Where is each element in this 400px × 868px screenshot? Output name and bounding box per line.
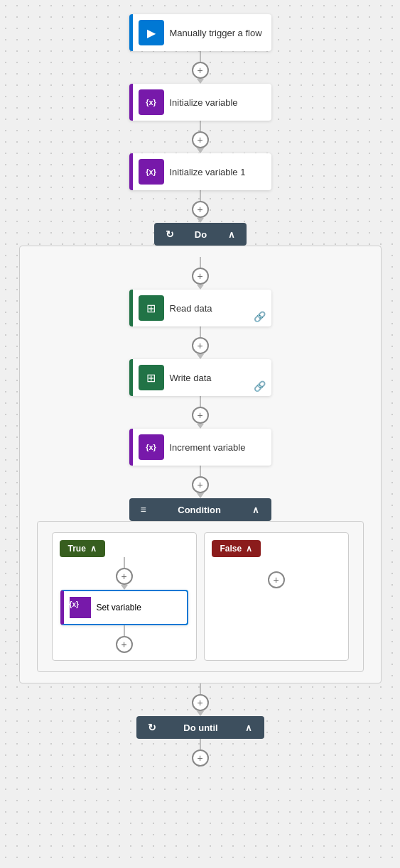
connector-false-1: + (268, 571, 285, 588)
true-label: True (68, 544, 86, 554)
add-step-false-btn[interactable]: + (268, 571, 285, 588)
variable-icon-3: {x} (139, 434, 164, 460)
add-step-btn-2[interactable]: + (192, 131, 209, 148)
do-label: Do (195, 229, 207, 240)
write-data-node[interactable]: ⊞ Write data 🔗 (129, 359, 271, 396)
add-step-do-btn-2[interactable]: + (192, 337, 209, 354)
true-branch-header[interactable]: True ∧ (60, 540, 105, 557)
condition-icon: ≡ (141, 504, 146, 515)
init-variable-1-node[interactable]: {x} Initialize variable 1 (129, 153, 271, 190)
do-chevron: ∧ (228, 229, 235, 240)
condition-chevron: ∧ (252, 505, 259, 515)
add-step-btn-5[interactable]: + (192, 749, 209, 767)
connector-true-1: + (116, 557, 133, 590)
false-branch: False ∧ + (204, 532, 349, 661)
condition-content: True ∧ + {x} (37, 521, 364, 672)
add-step-do-btn-3[interactable]: + (192, 407, 209, 424)
do-until-header[interactable]: ↻ Do until ∧ (136, 716, 264, 739)
do-header[interactable]: ↻ Do ∧ (154, 223, 247, 246)
true-chevron: ∧ (90, 544, 97, 554)
add-step-btn-1[interactable]: + (192, 62, 209, 79)
variable-icon-2: {x} (139, 159, 164, 185)
add-step-true-btn-2[interactable]: + (116, 636, 133, 653)
read-data-link-icon: 🔗 (254, 311, 266, 322)
connector-do-4: + (192, 466, 209, 498)
do-block: ↻ Do ∧ + ⊞ Read data 🔗 + (16, 223, 385, 683)
do-until-label: Do until (183, 723, 217, 733)
connector-do-3: + (192, 396, 209, 429)
false-label: False (220, 544, 242, 554)
connector-5: + (192, 739, 209, 767)
excel-icon-1: ⊞ (139, 295, 164, 321)
trigger-icon: ▶ (139, 20, 164, 45)
add-step-do-btn-1[interactable]: + (192, 268, 209, 285)
do-until-chevron: ∧ (245, 723, 252, 733)
do-until-icon: ↻ (148, 722, 156, 733)
init-variable-label: Initialize variable (170, 97, 271, 108)
connector-true-2: + (116, 625, 133, 653)
add-step-true-btn[interactable]: + (116, 568, 133, 585)
read-data-node[interactable]: ⊞ Read data 🔗 (129, 290, 271, 326)
connector-do-1: + (192, 257, 209, 290)
add-step-btn-4[interactable]: + (192, 694, 209, 711)
init-variable-node[interactable]: {x} Initialize variable (129, 84, 271, 121)
connector-3: + (192, 190, 209, 223)
increment-variable-node[interactable]: {x} Increment variable (129, 429, 271, 466)
connector-2: + (192, 121, 209, 153)
flow-canvas: ▶ Manually trigger a flow + {x} Initiali… (0, 0, 400, 788)
false-branch-header[interactable]: False ∧ (212, 540, 261, 557)
trigger-label: Manually trigger a flow (170, 28, 271, 38)
false-chevron: ∧ (246, 544, 252, 554)
condition-block: ≡ Condition ∧ True ∧ + (37, 498, 364, 672)
write-data-link-icon: 🔗 (254, 380, 266, 392)
set-variable-icon: {x} (70, 597, 91, 618)
variable-icon-1: {x} (139, 89, 164, 115)
connector-do-2: + (192, 326, 209, 359)
set-variable-node[interactable]: {x} Set variable (60, 590, 188, 625)
increment-variable-label: Increment variable (170, 442, 271, 453)
connector-1: + (192, 51, 209, 84)
set-variable-label: Set variable (97, 603, 141, 612)
true-branch: True ∧ + {x} (52, 532, 197, 661)
add-step-do-btn-4[interactable]: + (192, 476, 209, 493)
add-step-btn-3[interactable]: + (192, 201, 209, 218)
excel-icon-2: ⊞ (139, 365, 164, 390)
condition-label: Condition (178, 505, 221, 515)
do-icon: ↻ (166, 229, 174, 240)
connector-4: + (192, 683, 209, 716)
trigger-node[interactable]: ▶ Manually trigger a flow (129, 14, 271, 51)
init-variable-1-label: Initialize variable 1 (170, 167, 271, 177)
do-content: + ⊞ Read data 🔗 + ⊞ (19, 246, 382, 683)
condition-header[interactable]: ≡ Condition ∧ (129, 498, 271, 521)
